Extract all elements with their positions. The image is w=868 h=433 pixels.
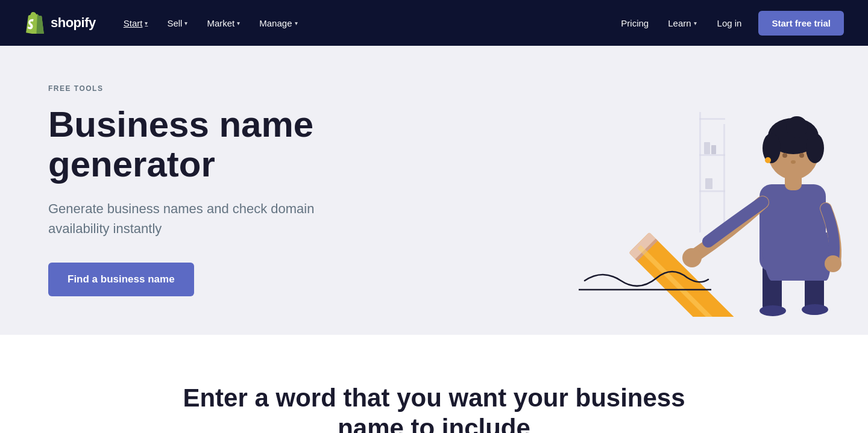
- main-nav: shopify Start ▾ Sell ▾ Market ▾ Manage ▾…: [0, 0, 868, 46]
- svg-rect-4: [699, 190, 725, 192]
- hero-subtitle: Generate business names and check domain…: [48, 199, 338, 238]
- svg-point-29: [763, 133, 781, 163]
- hero-illustration: [434, 46, 868, 335]
- nav-item-pricing[interactable]: Pricing: [612, 13, 657, 33]
- nav-item-sell[interactable]: Sell ▾: [159, 13, 196, 33]
- chevron-down-icon: ▾: [694, 20, 697, 26]
- nav-item-learn[interactable]: Learn ▾: [659, 13, 705, 33]
- svg-point-36: [825, 255, 841, 272]
- hero-content: FREE TOOLS Business name generator Gener…: [48, 84, 410, 296]
- svg-point-30: [806, 133, 824, 163]
- nav-item-market[interactable]: Market ▾: [198, 13, 248, 33]
- svg-point-23: [802, 304, 828, 315]
- nav-item-start[interactable]: Start ▾: [115, 13, 157, 33]
- svg-point-22: [760, 305, 786, 316]
- svg-rect-3: [699, 154, 725, 156]
- hero-title: Business name generator: [48, 105, 410, 184]
- svg-point-31: [786, 116, 808, 138]
- chevron-down-icon: ▾: [237, 20, 240, 26]
- svg-point-34: [799, 153, 804, 158]
- nav-primary-items: Start ▾ Sell ▾ Market ▾ Manage ▾: [115, 13, 613, 33]
- svg-rect-6: [711, 145, 716, 154]
- logo-text: shopify: [51, 15, 96, 31]
- chevron-down-icon: ▾: [295, 20, 298, 26]
- svg-point-32: [765, 157, 771, 163]
- svg-point-25: [682, 248, 702, 267]
- hero-section: FREE TOOLS Business name generator Gener…: [0, 46, 868, 335]
- hero-illustration-svg: [555, 64, 868, 317]
- hero-eyebrow: FREE TOOLS: [48, 84, 410, 93]
- svg-rect-2: [699, 118, 725, 120]
- login-link[interactable]: Log in: [708, 13, 752, 33]
- chevron-down-icon: ▾: [184, 20, 187, 26]
- section-below: Enter a word that you want your business…: [0, 335, 868, 433]
- svg-point-35: [791, 160, 796, 164]
- find-business-name-button[interactable]: Find a business name: [48, 263, 194, 296]
- shopify-logo-icon: [24, 12, 46, 34]
- svg-rect-7: [705, 178, 712, 189]
- svg-rect-5: [704, 142, 710, 154]
- nav-item-manage[interactable]: Manage ▾: [251, 13, 306, 33]
- chevron-down-icon: ▾: [145, 20, 148, 26]
- section-title: Enter a word that you want your business…: [163, 383, 705, 433]
- svg-rect-0: [699, 112, 701, 232]
- svg-rect-1: [723, 124, 725, 232]
- svg-point-33: [782, 153, 787, 158]
- start-free-trial-button[interactable]: Start free trial: [758, 11, 844, 36]
- nav-right-items: Pricing Learn ▾ Log in Start free trial: [612, 11, 844, 36]
- logo-link[interactable]: shopify: [24, 12, 96, 34]
